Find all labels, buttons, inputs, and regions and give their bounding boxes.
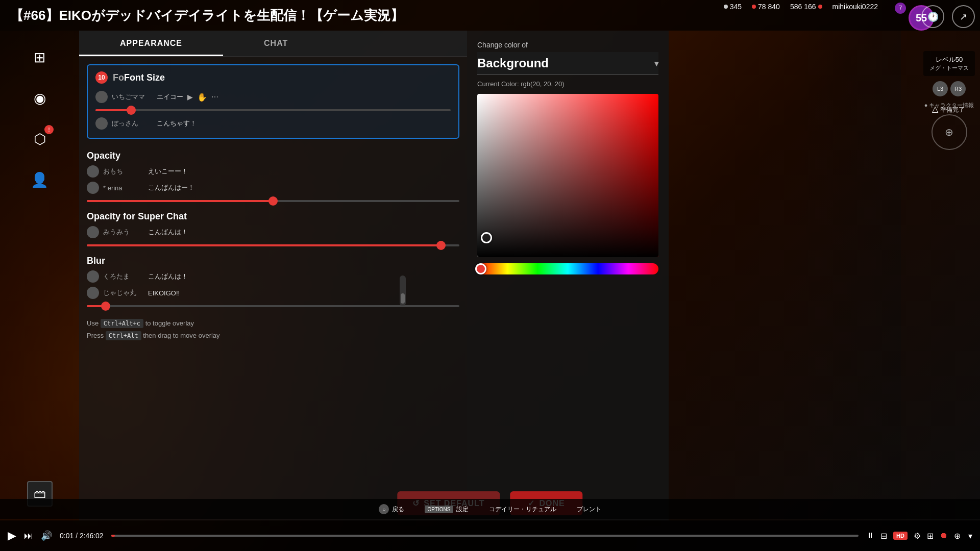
superchat-slider-thumb[interactable]	[436, 241, 446, 250]
followers-stat: 78 840	[752, 3, 780, 11]
dropdown-arrow-icon[interactable]: ▾	[654, 59, 658, 68]
expand-icon[interactable]: ⊕	[954, 531, 961, 541]
game-ui-right: レベル50 メグ・トーマス L3 R3 ● キャラクター情報 ⊕ △ 準備完了	[923, 51, 975, 155]
chat-arrow-icon[interactable]: ▶	[187, 93, 193, 101]
chat-message: こんばんは！	[148, 228, 188, 237]
avatar	[87, 287, 99, 299]
blur-slider-thumb[interactable]	[101, 302, 110, 311]
progress-bar[interactable]	[111, 535, 859, 537]
character-area	[799, 31, 901, 520]
opacity-label: Opacity	[87, 151, 459, 161]
ps-options[interactable]: OPTIONS 設定	[425, 505, 468, 514]
opacity-section: Opacity おもち えいこーー！ * erina こんばんはー！	[79, 146, 467, 207]
username: mihikouki0222	[832, 3, 878, 11]
move-key: Ctrl+Alt	[106, 331, 141, 340]
bottom-bar: ▶ ⏭ 🔊 0:01 / 2:46:02 ⏸ ⊟ HD ⚙ ⊞ ⏺ ⊕ ▾	[0, 520, 980, 551]
avatar	[87, 270, 99, 283]
captions-icon[interactable]: ⊟	[880, 531, 887, 541]
opacity-chat-rows: おもち えいこーー！ * erina こんばんはー！	[87, 163, 459, 196]
top-right-icons: 🕐 ↗	[921, 5, 975, 28]
options-btn: OPTIONS	[425, 506, 453, 513]
chat-message: こんちゃす！	[157, 119, 197, 128]
chat-name: くろたま	[103, 272, 144, 281]
superchat-slider-fill	[87, 244, 441, 246]
compass-icon[interactable]: ⊕	[932, 114, 967, 150]
hue-slider[interactable]	[477, 263, 658, 274]
superchat-slider-wrapper	[87, 244, 459, 246]
skip-button[interactable]: ⏭	[24, 531, 33, 541]
tab-bar: APPEARANCE CHAT	[79, 31, 467, 57]
record-icon[interactable]: ⏺	[940, 531, 948, 540]
character-name: メグ・トーマス	[929, 64, 969, 72]
chat-row: みうみう こんばんは！	[87, 224, 459, 240]
play-button[interactable]: ▶	[8, 529, 16, 542]
followers-count: 78 840	[758, 3, 780, 11]
color-gradient-picker[interactable]	[477, 94, 658, 257]
clock-icon[interactable]: 🕐	[921, 5, 944, 28]
followers-dot	[752, 5, 756, 9]
font-size-header: 10 FoFont Size	[95, 71, 451, 84]
tab-chat[interactable]: CHAT	[223, 31, 329, 56]
settings-icon[interactable]: ⚙	[914, 531, 921, 541]
avatar	[95, 91, 108, 103]
chat-row: おもち えいこーー！	[87, 163, 459, 180]
sidebar-icon-person[interactable]: 👤	[23, 163, 56, 196]
chat-message: エイコー	[157, 92, 183, 102]
chat-message: えいこーー！	[148, 167, 188, 176]
volume-button[interactable]: 🔊	[41, 530, 52, 541]
panel-content: 10 FoFont Size いちごママ エイコー ▶ ✋ ⋯	[79, 57, 467, 520]
ps-back[interactable]: ○ 戻る	[379, 504, 404, 514]
char-info-icon: ●	[924, 102, 928, 108]
badge-count: 7	[899, 5, 902, 12]
chat-message: こんばんはー！	[148, 183, 194, 192]
controller-buttons: L3 R3	[923, 81, 975, 96]
scroll-indicator	[400, 276, 406, 306]
points-stat: 586 166	[790, 3, 822, 11]
chat-row: いちごママ エイコー ▶ ✋ ⋯	[95, 89, 451, 105]
viewers-stat: 345	[724, 3, 742, 11]
font-size-slider-thumb[interactable]	[127, 106, 136, 115]
hand-icon[interactable]: ✋	[197, 92, 207, 102]
sidebar-icon-network[interactable]: ⬡ !	[23, 122, 56, 156]
pause-icon[interactable]: ⏸	[866, 531, 874, 540]
avatar	[87, 182, 99, 194]
chat-name: おもち	[103, 167, 144, 176]
chat-message: EIKOIGO!!	[148, 289, 180, 297]
chat-name: いちごママ	[112, 92, 153, 102]
hue-slider-thumb[interactable]	[475, 263, 486, 274]
move-shortcut: Press Ctrl+Alt then drag to move overlay	[87, 330, 459, 342]
l3-button[interactable]: L3	[933, 81, 948, 96]
scroll-thumb[interactable]	[401, 293, 405, 304]
chat-name: ぼっさん	[112, 119, 153, 128]
opacity-slider-track[interactable]	[87, 200, 459, 202]
font-size-slider-track[interactable]	[95, 109, 451, 111]
tab-appearance[interactable]: APPEARANCE	[79, 31, 223, 56]
opacity-superchat-label: Opacity for Super Chat	[87, 211, 459, 222]
color-picker-target: Background	[477, 56, 549, 70]
superchat-chat-rows: みうみう こんばんは！	[87, 224, 459, 240]
r3-button[interactable]: R3	[950, 81, 966, 96]
blur-label: Blur	[87, 256, 459, 266]
sidebar-icon-globe[interactable]: ◉	[23, 82, 56, 115]
superchat-slider-track[interactable]	[87, 244, 459, 246]
sidebar-icon-grid[interactable]: ⊞	[23, 41, 56, 74]
opacity-slider-wrapper	[87, 200, 459, 202]
page-title: 【#66】EIKOがデッドバイデイライトを生配信！【ゲーム実況】	[10, 7, 404, 24]
gradient-background	[477, 94, 658, 257]
ps-prent[interactable]: プレント	[577, 505, 601, 514]
chevron-down-icon[interactable]: ▾	[968, 531, 972, 541]
sidebar-notification-badge: !	[44, 125, 54, 134]
opacity-slider-thumb[interactable]	[268, 196, 278, 206]
avatar	[87, 226, 99, 238]
ps-daily[interactable]: コデイリー・リチュアル	[489, 505, 556, 514]
chat-name: じゃじゃ丸	[103, 288, 144, 297]
share-icon[interactable]: ↗	[952, 5, 975, 28]
hd-badge[interactable]: HD	[893, 532, 908, 540]
opacity-slider-fill	[87, 200, 273, 202]
font-size-section: 10 FoFont Size いちごママ エイコー ▶ ✋ ⋯	[87, 64, 459, 139]
chat-name: * erina	[103, 184, 144, 192]
color-picker-dropdown[interactable]: Background ▾	[477, 52, 658, 75]
font-size-badge: 10	[95, 71, 108, 84]
fullscreen-icon[interactable]: ⊞	[927, 531, 934, 541]
menu-icon[interactable]: ⋯	[211, 93, 218, 101]
